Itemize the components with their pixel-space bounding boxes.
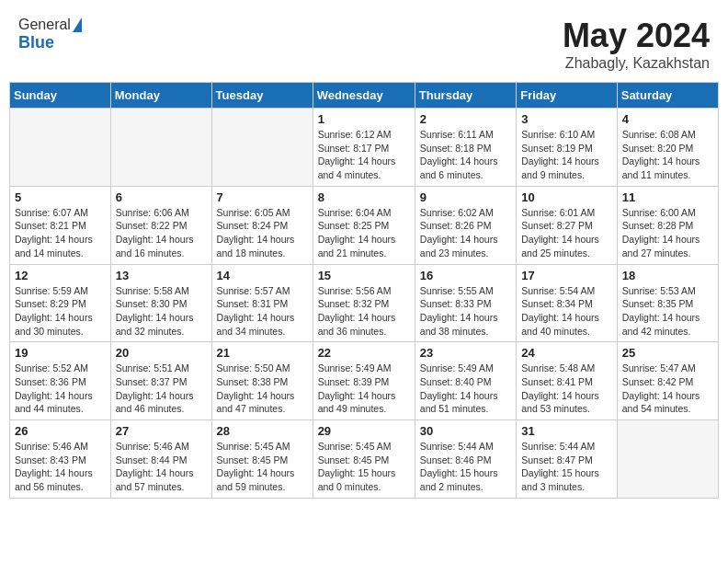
day-number: 18 (622, 269, 713, 282)
day-info: Sunrise: 5:52 AMSunset: 8:36 PMDaylight:… (15, 362, 106, 416)
day-number: 8 (318, 190, 410, 204)
day-number: 9 (420, 190, 511, 204)
day-info: Sunrise: 6:05 AMSunset: 8:24 PMDaylight:… (217, 206, 308, 260)
day-info: Sunrise: 6:07 AMSunset: 8:21 PMDaylight:… (15, 206, 106, 260)
day-number: 24 (521, 346, 612, 360)
calendar-cell: 9Sunrise: 6:02 AMSunset: 8:26 PMDaylight… (415, 186, 516, 264)
calendar-cell (211, 109, 313, 187)
day-info: Sunrise: 5:51 AMSunset: 8:37 PMDaylight:… (116, 362, 207, 416)
calendar-cell: 2Sunrise: 6:11 AMSunset: 8:18 PMDaylight… (415, 109, 516, 187)
day-info: Sunrise: 6:11 AMSunset: 8:18 PMDaylight:… (420, 128, 511, 182)
calendar-cell: 15Sunrise: 5:56 AMSunset: 8:32 PMDayligh… (313, 264, 415, 342)
day-number: 22 (318, 346, 410, 360)
day-number: 26 (15, 424, 106, 438)
day-number: 11 (622, 190, 713, 204)
calendar-cell: 19Sunrise: 5:52 AMSunset: 8:36 PMDayligh… (10, 342, 111, 420)
day-info: Sunrise: 6:12 AMSunset: 8:17 PMDaylight:… (318, 128, 410, 182)
day-info: Sunrise: 5:47 AMSunset: 8:42 PMDaylight:… (622, 362, 713, 416)
day-number: 16 (420, 269, 511, 282)
calendar-table: SundayMondayTuesdayWednesdayThursdayFrid… (9, 82, 719, 499)
weekday-header-sunday: Sunday (10, 83, 111, 109)
day-number: 20 (116, 346, 207, 360)
day-info: Sunrise: 5:58 AMSunset: 8:30 PMDaylight:… (116, 284, 207, 339)
day-info: Sunrise: 5:44 AMSunset: 8:47 PMDaylight:… (521, 440, 612, 494)
day-info: Sunrise: 5:45 AMSunset: 8:45 PMDaylight:… (217, 440, 308, 494)
calendar-cell: 28Sunrise: 5:45 AMSunset: 8:45 PMDayligh… (211, 420, 313, 499)
day-info: Sunrise: 6:10 AMSunset: 8:19 PMDaylight:… (521, 128, 612, 182)
page-header: General Blue May 2024 Zhabagly, Kazakhst… (9, 9, 719, 76)
calendar-cell: 21Sunrise: 5:50 AMSunset: 8:38 PMDayligh… (211, 342, 313, 420)
calendar-cell: 26Sunrise: 5:46 AMSunset: 8:43 PMDayligh… (10, 420, 111, 499)
calendar-cell (110, 109, 211, 187)
day-info: Sunrise: 5:53 AMSunset: 8:35 PMDaylight:… (622, 284, 713, 339)
weekday-header-tuesday: Tuesday (211, 83, 313, 109)
calendar-cell: 30Sunrise: 5:44 AMSunset: 8:46 PMDayligh… (415, 420, 516, 499)
day-info: Sunrise: 5:50 AMSunset: 8:38 PMDaylight:… (217, 362, 308, 416)
day-number: 25 (622, 346, 713, 360)
calendar-cell: 4Sunrise: 6:08 AMSunset: 8:20 PMDaylight… (617, 109, 718, 187)
calendar-cell: 27Sunrise: 5:46 AMSunset: 8:44 PMDayligh… (110, 420, 211, 499)
weekday-header-wednesday: Wednesday (313, 83, 415, 109)
day-number: 30 (420, 424, 511, 438)
calendar-cell: 24Sunrise: 5:48 AMSunset: 8:41 PMDayligh… (517, 342, 618, 420)
day-info: Sunrise: 5:49 AMSunset: 8:39 PMDaylight:… (318, 362, 410, 416)
calendar-cell: 31Sunrise: 5:44 AMSunset: 8:47 PMDayligh… (517, 420, 618, 499)
calendar-cell: 6Sunrise: 6:06 AMSunset: 8:22 PMDaylight… (110, 186, 211, 264)
day-number: 1 (318, 112, 410, 126)
weekday-header-thursday: Thursday (415, 83, 516, 109)
day-number: 14 (217, 269, 308, 282)
day-number: 7 (217, 190, 308, 204)
calendar-cell (617, 420, 718, 499)
title-block: May 2024 Zhabagly, Kazakhstan (563, 17, 710, 72)
day-info: Sunrise: 6:02 AMSunset: 8:26 PMDaylight:… (420, 206, 511, 260)
calendar-cell: 20Sunrise: 5:51 AMSunset: 8:37 PMDayligh… (110, 342, 211, 420)
calendar-cell: 10Sunrise: 6:01 AMSunset: 8:27 PMDayligh… (517, 186, 618, 264)
day-info: Sunrise: 6:04 AMSunset: 8:25 PMDaylight:… (318, 206, 410, 260)
calendar-cell: 11Sunrise: 6:00 AMSunset: 8:28 PMDayligh… (617, 186, 718, 264)
day-info: Sunrise: 5:54 AMSunset: 8:34 PMDaylight:… (521, 284, 612, 339)
day-number: 3 (521, 112, 612, 126)
day-number: 13 (116, 269, 207, 282)
day-info: Sunrise: 5:56 AMSunset: 8:32 PMDaylight:… (318, 284, 410, 339)
calendar-cell: 5Sunrise: 6:07 AMSunset: 8:21 PMDaylight… (10, 186, 111, 264)
calendar-cell: 12Sunrise: 5:59 AMSunset: 8:29 PMDayligh… (10, 264, 111, 342)
logo-general-text: General (18, 17, 71, 33)
calendar-cell: 18Sunrise: 5:53 AMSunset: 8:35 PMDayligh… (617, 264, 718, 342)
day-number: 28 (217, 424, 308, 438)
day-number: 21 (217, 346, 308, 360)
day-number: 29 (318, 424, 410, 438)
logo-blue-text: Blue (18, 33, 54, 52)
day-number: 4 (622, 112, 713, 126)
day-info: Sunrise: 6:06 AMSunset: 8:22 PMDaylight:… (116, 206, 207, 260)
day-number: 2 (420, 112, 511, 126)
logo: General Blue (18, 17, 82, 52)
day-info: Sunrise: 5:59 AMSunset: 8:29 PMDaylight:… (15, 284, 106, 339)
weekday-header-monday: Monday (110, 83, 211, 109)
calendar-cell: 14Sunrise: 5:57 AMSunset: 8:31 PMDayligh… (211, 264, 313, 342)
day-number: 27 (116, 424, 207, 438)
calendar-cell: 1Sunrise: 6:12 AMSunset: 8:17 PMDaylight… (313, 109, 415, 187)
calendar-cell: 29Sunrise: 5:45 AMSunset: 8:45 PMDayligh… (313, 420, 415, 499)
day-number: 31 (521, 424, 612, 438)
calendar-title: May 2024 (563, 17, 710, 55)
day-info: Sunrise: 6:00 AMSunset: 8:28 PMDaylight:… (622, 206, 713, 260)
calendar-cell: 3Sunrise: 6:10 AMSunset: 8:19 PMDaylight… (517, 109, 618, 187)
logo-triangle-icon (73, 17, 82, 32)
calendar-cell: 22Sunrise: 5:49 AMSunset: 8:39 PMDayligh… (313, 342, 415, 420)
day-info: Sunrise: 5:46 AMSunset: 8:44 PMDaylight:… (116, 440, 207, 494)
day-info: Sunrise: 5:44 AMSunset: 8:46 PMDaylight:… (420, 440, 511, 494)
calendar-location: Zhabagly, Kazakhstan (563, 55, 710, 72)
calendar-cell: 25Sunrise: 5:47 AMSunset: 8:42 PMDayligh… (617, 342, 718, 420)
calendar-cell: 8Sunrise: 6:04 AMSunset: 8:25 PMDaylight… (313, 186, 415, 264)
weekday-header-friday: Friday (517, 83, 618, 109)
day-info: Sunrise: 5:48 AMSunset: 8:41 PMDaylight:… (521, 362, 612, 416)
day-number: 15 (318, 269, 410, 282)
day-info: Sunrise: 5:57 AMSunset: 8:31 PMDaylight:… (217, 284, 308, 339)
day-number: 5 (15, 190, 106, 204)
calendar-cell: 16Sunrise: 5:55 AMSunset: 8:33 PMDayligh… (415, 264, 516, 342)
calendar-cell: 23Sunrise: 5:49 AMSunset: 8:40 PMDayligh… (415, 342, 516, 420)
day-number: 19 (15, 346, 106, 360)
calendar-cell: 7Sunrise: 6:05 AMSunset: 8:24 PMDaylight… (211, 186, 313, 264)
calendar-cell: 13Sunrise: 5:58 AMSunset: 8:30 PMDayligh… (110, 264, 211, 342)
day-number: 12 (15, 269, 106, 282)
